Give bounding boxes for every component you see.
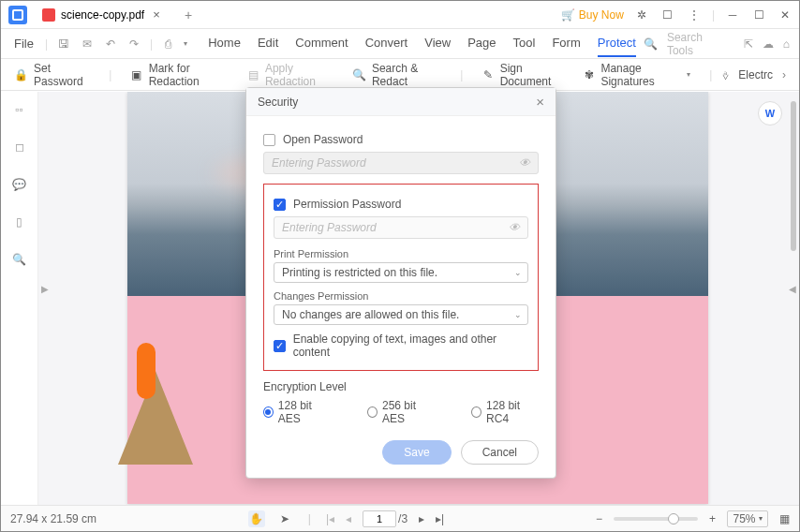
eye-icon[interactable]: 👁: [509, 221, 520, 234]
signatures-icon: ✾: [583, 67, 595, 82]
permission-password-input[interactable]: Entering Password 👁: [274, 216, 528, 239]
manage-signatures-label: Manage Signatures: [600, 62, 681, 88]
close-window-button[interactable]: ✕: [777, 7, 793, 23]
tab-close-icon[interactable]: ×: [150, 8, 163, 22]
vertical-scrollbar[interactable]: [791, 101, 796, 251]
buy-now-label: Buy Now: [579, 8, 624, 22]
redo-icon[interactable]: ↷: [126, 36, 142, 52]
manage-signatures-button[interactable]: ✾ Manage Signatures ▾: [583, 62, 690, 88]
search-tools-placeholder[interactable]: Search Tools: [667, 31, 725, 57]
print-permission-label: Print Permission: [274, 248, 528, 259]
buy-now-link[interactable]: 🛒 Buy Now: [561, 8, 624, 22]
expand-icon[interactable]: ⌂: [783, 37, 790, 51]
thumbnails-icon[interactable]: ▫▫: [11, 101, 28, 118]
hand-tool-icon[interactable]: ✋: [248, 510, 265, 527]
chevron-down-icon: ⌄: [514, 268, 522, 277]
first-page-icon[interactable]: |◂: [326, 512, 334, 525]
enable-copy-checkbox[interactable]: ✓ Enable copying of text, images and oth…: [274, 332, 528, 359]
encryption-128-aes-radio[interactable]: 128 bit AES: [263, 399, 330, 425]
word-badge-icon[interactable]: W: [758, 101, 782, 126]
kebab-menu-icon[interactable]: ⋮: [686, 7, 703, 23]
electro-label[interactable]: Electrc: [738, 68, 773, 81]
page-total: /3: [398, 512, 407, 525]
mark-redaction-label: Mark for Redaction: [149, 62, 229, 88]
tab-convert[interactable]: Convert: [365, 30, 408, 57]
new-tab-button[interactable]: +: [182, 8, 195, 22]
select-tool-icon[interactable]: ➤: [276, 510, 293, 527]
encryption-level-label: Encryption Level: [263, 380, 539, 393]
prev-page-icon[interactable]: ◂: [346, 512, 351, 525]
zoom-out-icon[interactable]: −: [596, 512, 602, 525]
open-pw-placeholder: Entering Password: [272, 156, 366, 170]
apply-redaction-button[interactable]: ▤ Apply Redaction: [247, 62, 333, 88]
set-password-button[interactable]: 🔒 Set Password: [14, 62, 90, 88]
encryption-128-rc4-radio[interactable]: 128 bit RC4: [471, 399, 539, 425]
fit-view-icon[interactable]: ▦: [779, 512, 790, 525]
attachment-icon[interactable]: ▯: [11, 214, 28, 230]
redact-icon: ▣: [130, 67, 142, 82]
perm-pw-placeholder: Entering Password: [282, 221, 377, 234]
maximize-button[interactable]: ☐: [750, 7, 767, 23]
security-dialog: Security × Open Password Entering Passwo…: [245, 87, 556, 479]
tab-view[interactable]: View: [424, 30, 451, 57]
tab-comment[interactable]: Comment: [295, 30, 348, 57]
permission-password-label: Permission Password: [293, 198, 401, 211]
search-icon[interactable]: 🔍: [644, 37, 658, 51]
electro-icon: ⎀: [718, 67, 733, 82]
print-permission-select[interactable]: Printing is restricted on this file. ⌄: [274, 262, 528, 283]
expand-left-icon[interactable]: ▶: [41, 279, 49, 298]
cancel-button[interactable]: Cancel: [461, 440, 539, 465]
page-dimensions: 27.94 x 21.59 cm: [10, 512, 96, 525]
minimize-button[interactable]: ─: [724, 7, 741, 23]
tab-protect[interactable]: Protect: [598, 30, 636, 57]
zoom-slider[interactable]: [614, 517, 698, 521]
next-page-icon[interactable]: ▸: [419, 512, 424, 525]
enable-copy-label: Enable copying of text, images and other…: [293, 332, 528, 359]
apply-redaction-label: Apply Redaction: [265, 62, 333, 88]
tab-tool[interactable]: Tool: [513, 30, 536, 57]
sign-icon: ✎: [481, 67, 494, 82]
last-page-icon[interactable]: ▸|: [436, 512, 444, 525]
search-panel-icon[interactable]: 🔍: [11, 251, 28, 268]
expand-right-icon[interactable]: ◀: [789, 279, 796, 298]
zoom-in-icon[interactable]: +: [709, 512, 716, 525]
tab-home[interactable]: Home: [208, 30, 241, 57]
toolbar-overflow-icon[interactable]: ›: [782, 68, 786, 81]
share-icon[interactable]: ⇱: [744, 37, 753, 51]
zoom-value[interactable]: 75%▾: [727, 510, 768, 527]
cloud-icon[interactable]: ☁: [763, 37, 774, 51]
sign-document-label: Sign Document: [500, 62, 565, 88]
search-redact-button[interactable]: 🔍 Search & Redact: [352, 62, 441, 88]
file-menu[interactable]: File: [10, 34, 37, 53]
changes-permission-value: No changes are allowed on this file.: [282, 308, 459, 321]
save-icon[interactable]: 🖫: [55, 36, 71, 52]
undo-icon[interactable]: ↶: [102, 36, 118, 52]
open-password-input: Entering Password 👁: [263, 152, 539, 174]
dialog-close-button[interactable]: ×: [536, 94, 544, 110]
open-password-label: Open Password: [283, 133, 363, 146]
comment-icon[interactable]: 💬: [11, 176, 28, 193]
encryption-256-aes-radio[interactable]: 256 bit AES: [367, 399, 434, 425]
permission-password-checkbox[interactable]: ✓ Permission Password: [274, 198, 528, 211]
tab-page[interactable]: Page: [467, 30, 496, 57]
changes-permission-select[interactable]: No changes are allowed on this file. ⌄: [274, 304, 528, 325]
gift-icon[interactable]: ✲: [633, 7, 650, 23]
tab-edit[interactable]: Edit: [258, 30, 278, 57]
lock-icon: 🔒: [14, 67, 28, 82]
save-button[interactable]: Save: [382, 440, 451, 465]
print-permission-value: Printing is restricted on this file.: [282, 266, 437, 279]
mark-redaction-button[interactable]: ▣ Mark for Redaction: [130, 62, 228, 88]
sign-document-button[interactable]: ✎ Sign Document: [481, 62, 564, 88]
tab-form[interactable]: Form: [552, 30, 580, 57]
set-password-label: Set Password: [34, 62, 90, 88]
apply-redact-icon: ▤: [247, 67, 259, 82]
mail-icon[interactable]: ✉: [79, 36, 95, 52]
tab-filename: science-copy.pdf: [61, 8, 144, 22]
page-number-input[interactable]: [363, 510, 396, 527]
cart-icon: 🛒: [561, 8, 575, 22]
notification-icon[interactable]: ☐: [659, 7, 676, 23]
open-password-checkbox[interactable]: Open Password: [263, 133, 539, 146]
bookmark-icon[interactable]: ◻: [11, 139, 28, 155]
print-icon[interactable]: ⎙: [160, 36, 176, 52]
document-tab[interactable]: science-copy.pdf ×: [33, 3, 172, 27]
